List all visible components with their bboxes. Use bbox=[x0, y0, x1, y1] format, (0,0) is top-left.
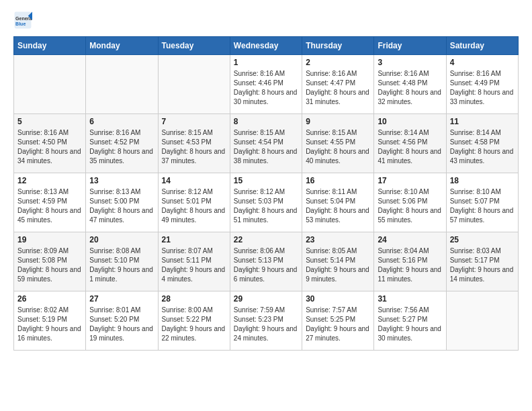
cell-content: Sunrise: 8:14 AMSunset: 4:58 PMDaylight:… bbox=[450, 128, 515, 166]
calendar-cell: 4Sunrise: 8:16 AMSunset: 4:49 PMDaylight… bbox=[446, 55, 518, 114]
calendar-cell: 18Sunrise: 8:10 AMSunset: 5:07 PMDayligh… bbox=[446, 173, 518, 232]
day-number: 25 bbox=[450, 235, 515, 244]
cell-content: Sunrise: 8:13 AMSunset: 4:59 PMDaylight:… bbox=[17, 187, 82, 225]
day-number: 18 bbox=[450, 176, 515, 185]
column-header-friday: Friday bbox=[374, 37, 446, 55]
cell-content: Sunrise: 7:57 AMSunset: 5:25 PMDaylight:… bbox=[306, 306, 370, 343]
calendar-cell: 5Sunrise: 8:16 AMSunset: 4:50 PMDaylight… bbox=[14, 114, 86, 173]
header: General Blue bbox=[13, 11, 519, 30]
day-number: 17 bbox=[378, 176, 442, 185]
calendar-cell: 21Sunrise: 8:07 AMSunset: 5:11 PMDayligh… bbox=[158, 232, 230, 291]
calendar-table: SundayMondayTuesdayWednesdayThursdayFrid… bbox=[13, 36, 519, 351]
cell-content: Sunrise: 8:09 AMSunset: 5:08 PMDaylight:… bbox=[17, 246, 82, 284]
calendar-week-4: 19Sunrise: 8:09 AMSunset: 5:08 PMDayligh… bbox=[14, 232, 519, 291]
column-header-saturday: Saturday bbox=[446, 37, 518, 55]
day-number: 23 bbox=[306, 235, 370, 244]
cell-content: Sunrise: 8:16 AMSunset: 4:47 PMDaylight:… bbox=[306, 69, 370, 107]
cell-content: Sunrise: 7:56 AMSunset: 5:27 PMDaylight:… bbox=[378, 306, 442, 343]
day-number: 21 bbox=[162, 235, 226, 244]
calendar-cell: 10Sunrise: 8:14 AMSunset: 4:56 PMDayligh… bbox=[374, 114, 446, 173]
calendar-cell bbox=[14, 55, 86, 114]
calendar-cell: 12Sunrise: 8:13 AMSunset: 4:59 PMDayligh… bbox=[14, 173, 86, 232]
calendar-cell: 20Sunrise: 8:08 AMSunset: 5:10 PMDayligh… bbox=[86, 232, 158, 291]
day-number: 27 bbox=[89, 294, 154, 304]
day-number: 26 bbox=[17, 294, 82, 304]
page: General Blue SundayMondayTuesdayWednesda… bbox=[0, 0, 532, 364]
cell-content: Sunrise: 8:03 AMSunset: 5:17 PMDaylight:… bbox=[450, 246, 515, 284]
calendar-cell: 1Sunrise: 8:16 AMSunset: 4:46 PMDaylight… bbox=[230, 55, 302, 114]
day-number: 20 bbox=[89, 235, 154, 244]
cell-content: Sunrise: 8:16 AMSunset: 4:46 PMDaylight:… bbox=[234, 69, 298, 107]
calendar-header-row: SundayMondayTuesdayWednesdayThursdayFrid… bbox=[14, 37, 519, 55]
calendar-cell: 2Sunrise: 8:16 AMSunset: 4:47 PMDaylight… bbox=[302, 55, 374, 114]
calendar-cell: 22Sunrise: 8:06 AMSunset: 5:13 PMDayligh… bbox=[230, 232, 302, 291]
calendar-cell: 14Sunrise: 8:12 AMSunset: 5:01 PMDayligh… bbox=[158, 173, 230, 232]
day-number: 28 bbox=[162, 294, 226, 304]
day-number: 24 bbox=[378, 235, 442, 244]
column-header-tuesday: Tuesday bbox=[158, 37, 230, 55]
day-number: 13 bbox=[89, 176, 154, 185]
cell-content: Sunrise: 8:11 AMSunset: 5:04 PMDaylight:… bbox=[306, 187, 370, 225]
day-number: 6 bbox=[89, 117, 154, 126]
logo: General Blue bbox=[13, 11, 35, 30]
cell-content: Sunrise: 8:16 AMSunset: 4:49 PMDaylight:… bbox=[450, 69, 515, 107]
cell-content: Sunrise: 8:16 AMSunset: 4:48 PMDaylight:… bbox=[378, 69, 442, 107]
calendar-cell: 8Sunrise: 8:15 AMSunset: 4:54 PMDaylight… bbox=[230, 114, 302, 173]
day-number: 8 bbox=[234, 117, 298, 126]
cell-content: Sunrise: 8:15 AMSunset: 4:53 PMDaylight:… bbox=[162, 128, 226, 166]
calendar-cell: 3Sunrise: 8:16 AMSunset: 4:48 PMDaylight… bbox=[374, 55, 446, 114]
calendar-cell: 16Sunrise: 8:11 AMSunset: 5:04 PMDayligh… bbox=[302, 173, 374, 232]
calendar-cell: 9Sunrise: 8:15 AMSunset: 4:55 PMDaylight… bbox=[302, 114, 374, 173]
calendar-cell: 15Sunrise: 8:12 AMSunset: 5:03 PMDayligh… bbox=[230, 173, 302, 232]
cell-content: Sunrise: 8:06 AMSunset: 5:13 PMDaylight:… bbox=[234, 246, 298, 284]
day-number: 3 bbox=[378, 58, 442, 67]
cell-content: Sunrise: 8:15 AMSunset: 4:55 PMDaylight:… bbox=[306, 128, 370, 166]
logo-icon: General Blue bbox=[13, 11, 32, 30]
column-header-thursday: Thursday bbox=[302, 37, 374, 55]
column-header-monday: Monday bbox=[86, 37, 158, 55]
cell-content: Sunrise: 8:00 AMSunset: 5:22 PMDaylight:… bbox=[162, 306, 226, 343]
calendar-cell bbox=[86, 55, 158, 114]
cell-content: Sunrise: 8:05 AMSunset: 5:14 PMDaylight:… bbox=[306, 246, 370, 284]
calendar-cell bbox=[446, 291, 518, 351]
day-number: 5 bbox=[17, 117, 82, 126]
cell-content: Sunrise: 8:16 AMSunset: 4:50 PMDaylight:… bbox=[17, 128, 82, 166]
calendar-cell: 11Sunrise: 8:14 AMSunset: 4:58 PMDayligh… bbox=[446, 114, 518, 173]
calendar-cell: 28Sunrise: 8:00 AMSunset: 5:22 PMDayligh… bbox=[158, 291, 230, 351]
svg-text:Blue: Blue bbox=[15, 21, 26, 26]
calendar-cell: 26Sunrise: 8:02 AMSunset: 5:19 PMDayligh… bbox=[14, 291, 86, 351]
calendar-week-5: 26Sunrise: 8:02 AMSunset: 5:19 PMDayligh… bbox=[14, 291, 519, 351]
cell-content: Sunrise: 8:10 AMSunset: 5:07 PMDaylight:… bbox=[450, 187, 515, 225]
calendar-cell: 7Sunrise: 8:15 AMSunset: 4:53 PMDaylight… bbox=[158, 114, 230, 173]
day-number: 4 bbox=[450, 58, 515, 67]
calendar-cell: 23Sunrise: 8:05 AMSunset: 5:14 PMDayligh… bbox=[302, 232, 374, 291]
day-number: 16 bbox=[306, 176, 370, 185]
calendar-week-1: 1Sunrise: 8:16 AMSunset: 4:46 PMDaylight… bbox=[14, 55, 519, 114]
day-number: 14 bbox=[162, 176, 226, 185]
day-number: 29 bbox=[234, 294, 298, 304]
calendar-cell: 19Sunrise: 8:09 AMSunset: 5:08 PMDayligh… bbox=[14, 232, 86, 291]
cell-content: Sunrise: 8:13 AMSunset: 5:00 PMDaylight:… bbox=[89, 187, 154, 225]
cell-content: Sunrise: 7:59 AMSunset: 5:23 PMDaylight:… bbox=[234, 306, 298, 343]
cell-content: Sunrise: 8:04 AMSunset: 5:16 PMDaylight:… bbox=[378, 246, 442, 284]
day-number: 2 bbox=[306, 58, 370, 67]
cell-content: Sunrise: 8:16 AMSunset: 4:52 PMDaylight:… bbox=[89, 128, 154, 166]
column-header-wednesday: Wednesday bbox=[230, 37, 302, 55]
calendar-week-3: 12Sunrise: 8:13 AMSunset: 4:59 PMDayligh… bbox=[14, 173, 519, 232]
column-header-sunday: Sunday bbox=[14, 37, 86, 55]
calendar-cell: 6Sunrise: 8:16 AMSunset: 4:52 PMDaylight… bbox=[86, 114, 158, 173]
calendar-cell: 31Sunrise: 7:56 AMSunset: 5:27 PMDayligh… bbox=[374, 291, 446, 351]
day-number: 30 bbox=[306, 294, 370, 304]
cell-content: Sunrise: 8:14 AMSunset: 4:56 PMDaylight:… bbox=[378, 128, 442, 166]
cell-content: Sunrise: 8:15 AMSunset: 4:54 PMDaylight:… bbox=[234, 128, 298, 166]
cell-content: Sunrise: 8:08 AMSunset: 5:10 PMDaylight:… bbox=[89, 246, 154, 284]
cell-content: Sunrise: 8:02 AMSunset: 5:19 PMDaylight:… bbox=[17, 306, 82, 343]
day-number: 22 bbox=[234, 235, 298, 244]
calendar-cell: 29Sunrise: 7:59 AMSunset: 5:23 PMDayligh… bbox=[230, 291, 302, 351]
cell-content: Sunrise: 8:01 AMSunset: 5:20 PMDaylight:… bbox=[89, 306, 154, 343]
day-number: 15 bbox=[234, 176, 298, 185]
cell-content: Sunrise: 8:12 AMSunset: 5:01 PMDaylight:… bbox=[162, 187, 226, 225]
calendar-cell: 25Sunrise: 8:03 AMSunset: 5:17 PMDayligh… bbox=[446, 232, 518, 291]
day-number: 10 bbox=[378, 117, 442, 126]
calendar-cell: 24Sunrise: 8:04 AMSunset: 5:16 PMDayligh… bbox=[374, 232, 446, 291]
